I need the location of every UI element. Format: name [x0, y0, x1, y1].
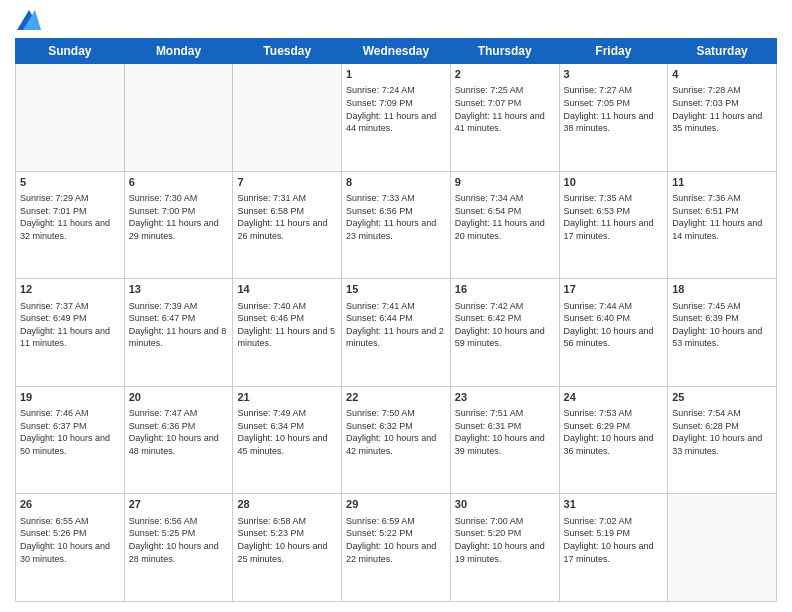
- day-info: Sunrise: 7:42 AM Sunset: 6:42 PM Dayligh…: [455, 300, 555, 350]
- calendar-cell: 9Sunrise: 7:34 AM Sunset: 6:54 PM Daylig…: [450, 171, 559, 279]
- week-row-3: 19Sunrise: 7:46 AM Sunset: 6:37 PM Dayli…: [16, 386, 777, 494]
- day-info: Sunrise: 7:50 AM Sunset: 6:32 PM Dayligh…: [346, 407, 446, 457]
- day-number: 5: [20, 175, 120, 190]
- calendar-cell: 3Sunrise: 7:27 AM Sunset: 7:05 PM Daylig…: [559, 64, 668, 172]
- calendar-cell: 28Sunrise: 6:58 AM Sunset: 5:23 PM Dayli…: [233, 494, 342, 602]
- day-number: 16: [455, 282, 555, 297]
- weekday-header-thursday: Thursday: [450, 39, 559, 64]
- day-info: Sunrise: 6:55 AM Sunset: 5:26 PM Dayligh…: [20, 515, 120, 565]
- day-info: Sunrise: 7:46 AM Sunset: 6:37 PM Dayligh…: [20, 407, 120, 457]
- day-number: 25: [672, 390, 772, 405]
- day-info: Sunrise: 7:29 AM Sunset: 7:01 PM Dayligh…: [20, 192, 120, 242]
- day-number: 2: [455, 67, 555, 82]
- day-number: 3: [564, 67, 664, 82]
- day-number: 10: [564, 175, 664, 190]
- calendar-cell: 24Sunrise: 7:53 AM Sunset: 6:29 PM Dayli…: [559, 386, 668, 494]
- weekday-header-saturday: Saturday: [668, 39, 777, 64]
- weekday-header-friday: Friday: [559, 39, 668, 64]
- day-info: Sunrise: 7:00 AM Sunset: 5:20 PM Dayligh…: [455, 515, 555, 565]
- day-info: Sunrise: 7:40 AM Sunset: 6:46 PM Dayligh…: [237, 300, 337, 350]
- day-number: 29: [346, 497, 446, 512]
- day-number: 24: [564, 390, 664, 405]
- week-row-4: 26Sunrise: 6:55 AM Sunset: 5:26 PM Dayli…: [16, 494, 777, 602]
- day-number: 9: [455, 175, 555, 190]
- calendar-cell: 25Sunrise: 7:54 AM Sunset: 6:28 PM Dayli…: [668, 386, 777, 494]
- week-row-1: 5Sunrise: 7:29 AM Sunset: 7:01 PM Daylig…: [16, 171, 777, 279]
- calendar-cell: [668, 494, 777, 602]
- day-number: 1: [346, 67, 446, 82]
- day-info: Sunrise: 7:53 AM Sunset: 6:29 PM Dayligh…: [564, 407, 664, 457]
- weekday-header-tuesday: Tuesday: [233, 39, 342, 64]
- calendar-cell: 31Sunrise: 7:02 AM Sunset: 5:19 PM Dayli…: [559, 494, 668, 602]
- day-info: Sunrise: 6:56 AM Sunset: 5:25 PM Dayligh…: [129, 515, 229, 565]
- calendar-cell: 29Sunrise: 6:59 AM Sunset: 5:22 PM Dayli…: [342, 494, 451, 602]
- day-info: Sunrise: 6:58 AM Sunset: 5:23 PM Dayligh…: [237, 515, 337, 565]
- day-info: Sunrise: 7:39 AM Sunset: 6:47 PM Dayligh…: [129, 300, 229, 350]
- week-row-2: 12Sunrise: 7:37 AM Sunset: 6:49 PM Dayli…: [16, 279, 777, 387]
- calendar-cell: 27Sunrise: 6:56 AM Sunset: 5:25 PM Dayli…: [124, 494, 233, 602]
- day-number: 30: [455, 497, 555, 512]
- logo: [15, 10, 43, 30]
- day-number: 27: [129, 497, 229, 512]
- day-number: 23: [455, 390, 555, 405]
- calendar-cell: [233, 64, 342, 172]
- day-number: 26: [20, 497, 120, 512]
- day-info: Sunrise: 7:41 AM Sunset: 6:44 PM Dayligh…: [346, 300, 446, 350]
- calendar-cell: 18Sunrise: 7:45 AM Sunset: 6:39 PM Dayli…: [668, 279, 777, 387]
- calendar-cell: 26Sunrise: 6:55 AM Sunset: 5:26 PM Dayli…: [16, 494, 125, 602]
- day-info: Sunrise: 7:27 AM Sunset: 7:05 PM Dayligh…: [564, 84, 664, 134]
- day-number: 7: [237, 175, 337, 190]
- calendar-cell: 10Sunrise: 7:35 AM Sunset: 6:53 PM Dayli…: [559, 171, 668, 279]
- day-number: 18: [672, 282, 772, 297]
- calendar-cell: 13Sunrise: 7:39 AM Sunset: 6:47 PM Dayli…: [124, 279, 233, 387]
- day-info: Sunrise: 7:51 AM Sunset: 6:31 PM Dayligh…: [455, 407, 555, 457]
- day-info: Sunrise: 6:59 AM Sunset: 5:22 PM Dayligh…: [346, 515, 446, 565]
- day-info: Sunrise: 7:35 AM Sunset: 6:53 PM Dayligh…: [564, 192, 664, 242]
- day-info: Sunrise: 7:37 AM Sunset: 6:49 PM Dayligh…: [20, 300, 120, 350]
- calendar-cell: 2Sunrise: 7:25 AM Sunset: 7:07 PM Daylig…: [450, 64, 559, 172]
- day-info: Sunrise: 7:30 AM Sunset: 7:00 PM Dayligh…: [129, 192, 229, 242]
- day-info: Sunrise: 7:47 AM Sunset: 6:36 PM Dayligh…: [129, 407, 229, 457]
- calendar-cell: 7Sunrise: 7:31 AM Sunset: 6:58 PM Daylig…: [233, 171, 342, 279]
- calendar-cell: [16, 64, 125, 172]
- day-info: Sunrise: 7:25 AM Sunset: 7:07 PM Dayligh…: [455, 84, 555, 134]
- day-number: 13: [129, 282, 229, 297]
- day-info: Sunrise: 7:33 AM Sunset: 6:56 PM Dayligh…: [346, 192, 446, 242]
- calendar-cell: 20Sunrise: 7:47 AM Sunset: 6:36 PM Dayli…: [124, 386, 233, 494]
- day-number: 20: [129, 390, 229, 405]
- day-number: 19: [20, 390, 120, 405]
- day-info: Sunrise: 7:36 AM Sunset: 6:51 PM Dayligh…: [672, 192, 772, 242]
- day-number: 8: [346, 175, 446, 190]
- day-info: Sunrise: 7:44 AM Sunset: 6:40 PM Dayligh…: [564, 300, 664, 350]
- calendar-cell: 30Sunrise: 7:00 AM Sunset: 5:20 PM Dayli…: [450, 494, 559, 602]
- logo-icon: [17, 10, 41, 30]
- day-number: 4: [672, 67, 772, 82]
- weekday-header-monday: Monday: [124, 39, 233, 64]
- weekday-header-wednesday: Wednesday: [342, 39, 451, 64]
- day-number: 6: [129, 175, 229, 190]
- week-row-0: 1Sunrise: 7:24 AM Sunset: 7:09 PM Daylig…: [16, 64, 777, 172]
- calendar-cell: [124, 64, 233, 172]
- calendar-cell: 16Sunrise: 7:42 AM Sunset: 6:42 PM Dayli…: [450, 279, 559, 387]
- day-info: Sunrise: 7:02 AM Sunset: 5:19 PM Dayligh…: [564, 515, 664, 565]
- day-info: Sunrise: 7:24 AM Sunset: 7:09 PM Dayligh…: [346, 84, 446, 134]
- calendar-cell: 4Sunrise: 7:28 AM Sunset: 7:03 PM Daylig…: [668, 64, 777, 172]
- calendar-table: SundayMondayTuesdayWednesdayThursdayFrid…: [15, 38, 777, 602]
- calendar-cell: 14Sunrise: 7:40 AM Sunset: 6:46 PM Dayli…: [233, 279, 342, 387]
- day-info: Sunrise: 7:45 AM Sunset: 6:39 PM Dayligh…: [672, 300, 772, 350]
- calendar-cell: 17Sunrise: 7:44 AM Sunset: 6:40 PM Dayli…: [559, 279, 668, 387]
- calendar-cell: 15Sunrise: 7:41 AM Sunset: 6:44 PM Dayli…: [342, 279, 451, 387]
- calendar-cell: 19Sunrise: 7:46 AM Sunset: 6:37 PM Dayli…: [16, 386, 125, 494]
- day-number: 12: [20, 282, 120, 297]
- day-number: 22: [346, 390, 446, 405]
- page: SundayMondayTuesdayWednesdayThursdayFrid…: [0, 0, 792, 612]
- day-info: Sunrise: 7:54 AM Sunset: 6:28 PM Dayligh…: [672, 407, 772, 457]
- day-info: Sunrise: 7:28 AM Sunset: 7:03 PM Dayligh…: [672, 84, 772, 134]
- day-number: 28: [237, 497, 337, 512]
- day-number: 14: [237, 282, 337, 297]
- weekday-header-sunday: Sunday: [16, 39, 125, 64]
- day-number: 15: [346, 282, 446, 297]
- calendar-cell: 1Sunrise: 7:24 AM Sunset: 7:09 PM Daylig…: [342, 64, 451, 172]
- calendar-cell: 21Sunrise: 7:49 AM Sunset: 6:34 PM Dayli…: [233, 386, 342, 494]
- calendar-cell: 23Sunrise: 7:51 AM Sunset: 6:31 PM Dayli…: [450, 386, 559, 494]
